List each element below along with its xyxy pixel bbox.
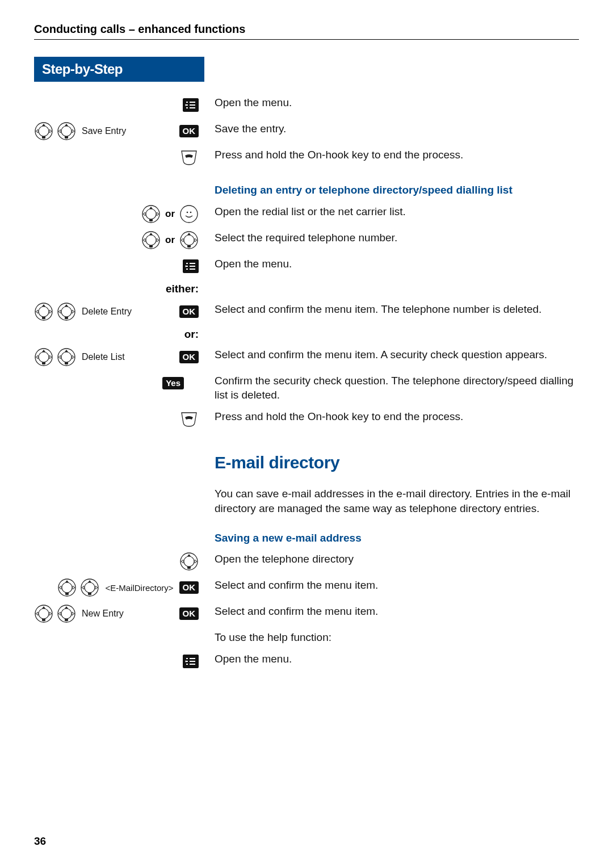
nav-key-icon [57,121,76,141]
nav-key-icon [34,347,53,367]
subsection-heading: Saving a new e-mail address [215,523,579,546]
menu-item-label: New Entry [79,609,126,619]
on-hook-icon [179,410,199,427]
nav-key-icon [80,578,99,597]
paragraph-text: You can save e-mail addresses in the e-m… [204,483,579,519]
instruction-text: Select and confirm the menu item. [204,601,579,627]
instruction-text: Open the menu. [204,92,579,118]
menu-item-label: Delete List [79,352,127,362]
menu-icon [183,259,199,273]
nav-key-icon [57,604,76,623]
page-header: Conducting calls – enhanced functions [34,23,579,40]
instruction-text: To use the help function: [204,627,579,648]
on-hook-icon [179,149,199,166]
menu-item-label: <E-MailDirectory> [103,583,175,593]
ok-button: OK [179,305,199,318]
nav-key-icon [57,347,76,367]
nav-key-icon [57,578,77,597]
instruction-text: Press and hold the On-hook key to end th… [204,144,579,170]
instruction-text: Confirm the security check question. The… [204,370,579,406]
instruction-text: Select and confirm the menu item. The te… [204,299,579,325]
step-by-step-heading: Step-by-Step [34,57,204,82]
section-title: E-mail directory [215,435,579,480]
or-separator: or [164,234,176,246]
instruction-text: Save the entry. [204,118,579,144]
page-number: 36 [34,835,46,848]
option-either: either: [166,283,199,295]
instruction-text: Press and hold the On-hook key to end th… [204,406,579,432]
instruction-text: Select and confirm the menu item. [204,575,579,601]
nav-key-icon [34,302,53,321]
or-separator: or [164,208,176,220]
instruction-table: Open the menu. Save Entry OK Save the en… [34,92,579,674]
nav-key-icon [141,230,161,250]
nav-key-icon [179,552,199,571]
ok-button: OK [179,607,199,620]
menu-icon [183,98,199,112]
instruction-text: Open the menu. [204,648,579,674]
instruction-text: Open the telephone directory [204,548,579,575]
instruction-text: Select and confirm the menu item. A secu… [204,344,579,370]
subsection-heading: Deleting an entry or telephone directory… [215,174,579,198]
nav-key-icon [34,121,53,141]
menu-item-label: Delete Entry [79,307,134,317]
ok-button: OK [179,351,199,363]
ok-button: OK [179,125,199,137]
yes-button: Yes [162,377,184,389]
instruction-text: Open the redial list or the net carrier … [204,201,579,227]
menu-icon [183,655,199,668]
instruction-text: Select the required telephone number. [204,227,579,253]
option-or: or: [184,328,199,340]
instruction-text: Open the menu. [204,253,579,279]
ok-button: OK [179,581,199,594]
nav-key-icon [179,230,199,250]
nav-key-icon [57,302,76,321]
nav-key-icon [34,604,53,623]
nav-key-icon [141,204,161,224]
nav-open-icon [179,204,199,224]
menu-item-label: Save Entry [79,126,128,136]
